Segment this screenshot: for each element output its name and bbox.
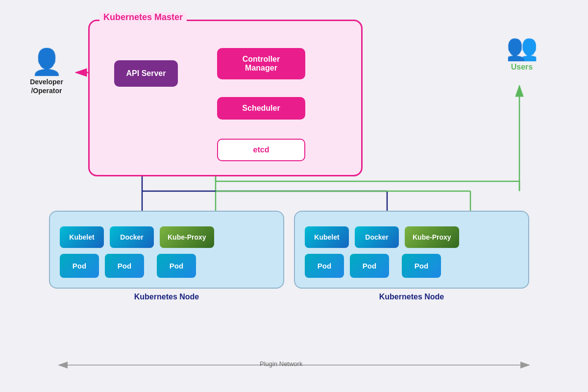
node-1-docker: Docker [110, 226, 154, 248]
node-1-box: Kubelet Docker Kube-Proxy Pod Pod [49, 211, 284, 289]
users-box: 👥 Users [495, 34, 549, 72]
developer-icon: 👤 [31, 49, 63, 74]
node-2-pod-3: Pod [402, 254, 441, 278]
node-1-kube-proxy: Kube-Proxy [160, 226, 214, 248]
node-2-pod-1: Pod [305, 254, 344, 278]
node-2-pod-row: Pod Pod Pod [305, 254, 518, 278]
node-1-kubelet: Kubelet [60, 226, 104, 248]
plugin-network-label: Plugin Network [260, 360, 302, 368]
node-2-docker: Docker [355, 226, 399, 248]
users-icon: 👥 [506, 34, 538, 60]
node-1-pod-1: Pod [60, 254, 99, 278]
node-1-label: Kubernetes Node [134, 293, 199, 301]
node-1-pod-3: Pod [157, 254, 196, 278]
node-2-label: Kubernetes Node [379, 293, 444, 301]
node-2-kube-proxy: Kube-Proxy [405, 226, 459, 248]
developer-label: Developer/Operator [30, 77, 63, 95]
users-label: Users [511, 63, 533, 72]
scheduler-box: Scheduler [217, 97, 305, 120]
node-1-pod-row: Pod Pod Pod [60, 254, 273, 278]
node-2-top-row: Kubelet Docker Kube-Proxy [305, 226, 518, 248]
node-1-pod-2: Pod [105, 254, 144, 278]
etcd-box: etcd [217, 139, 305, 161]
nodes-wrapper: Kubelet Docker Kube-Proxy Pod Pod [49, 211, 529, 289]
master-box: Kubernetes Master API Server ControllerM… [88, 20, 363, 176]
node-1-top-row: Kubelet Docker Kube-Proxy [60, 226, 273, 248]
api-server-box: API Server [114, 60, 178, 87]
master-label: Kubernetes Master [99, 12, 187, 23]
diagram-container: 👤 Developer/Operator 👥 Users Kubernetes … [0, 0, 588, 392]
developer-box: 👤 Developer/Operator [20, 49, 74, 95]
controller-manager-box: ControllerManager [217, 48, 305, 79]
node-2-kubelet: Kubelet [305, 226, 349, 248]
node-2-pod-2: Pod [350, 254, 389, 278]
node-2-box: Kubelet Docker Kube-Proxy Pod Pod [294, 211, 529, 289]
